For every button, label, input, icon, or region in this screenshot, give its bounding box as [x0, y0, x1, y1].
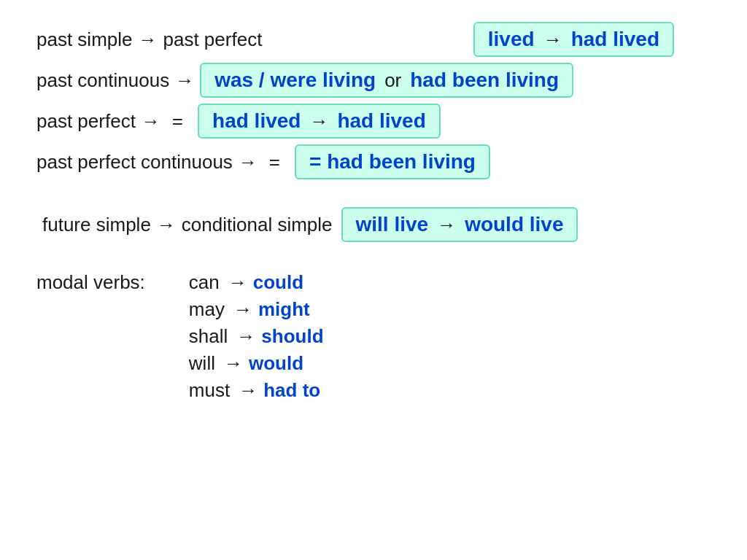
modal-row-shall: shall → should: [189, 325, 324, 348]
modal-row-will: will → would: [189, 352, 324, 375]
arrow-box-future: →: [437, 214, 456, 236]
modal-row-may: may → might: [189, 298, 324, 321]
row-past-perfect: past perfect → = had lived → had lived: [36, 104, 711, 139]
modal-orig-shall: shall: [189, 325, 228, 348]
or-label: or: [384, 69, 401, 92]
modal-arrow-may: →: [233, 298, 252, 321]
spacer-2: [36, 249, 711, 264]
modal-result-would: would: [249, 352, 303, 375]
modal-arrow-will: →: [224, 352, 243, 375]
modal-row-must: must → had to: [189, 379, 324, 402]
row-past-simple: past simple → past perfect lived → had l…: [36, 22, 711, 57]
modal-arrow-can: →: [228, 271, 247, 294]
past-continuous-label: past continuous: [36, 69, 169, 92]
past-perfect-label: past perfect: [163, 28, 263, 51]
term-had-lived: had lived: [571, 28, 659, 51]
modal-arrow-shall: →: [236, 325, 255, 348]
term-had-been-living-2: = had been living: [309, 150, 476, 174]
row-past-perfect-continuous: past perfect continuous → = = had been l…: [36, 144, 711, 179]
term-had-lived-3: had lived: [337, 109, 425, 133]
modal-orig-may: may: [189, 298, 225, 321]
modal-orig-will: will: [189, 352, 215, 375]
term-had-lived-2: had lived: [212, 109, 301, 133]
modal-row-can: can → could: [189, 271, 324, 294]
modal-list: can → could may → might shall → should w…: [189, 271, 324, 402]
arrow-1: →: [139, 28, 158, 51]
equals-4: =: [269, 151, 280, 174]
modal-arrow-must: →: [239, 379, 258, 402]
future-simple-label: future simple: [42, 214, 151, 236]
arrow-2: →: [175, 69, 194, 92]
modal-verbs-label: modal verbs:: [36, 271, 145, 402]
modal-result-should: should: [261, 325, 323, 348]
arrow-box-1: →: [543, 28, 562, 51]
row-past-continuous: past continuous → was / were living or h…: [36, 63, 711, 98]
term-was-were: was / were living: [214, 69, 376, 92]
modal-result-could: could: [253, 271, 303, 294]
box-past-perfect-continuous: = had been living: [295, 144, 490, 179]
box-future: will live → would live: [341, 207, 578, 242]
arrow-4: →: [239, 151, 258, 174]
past-perfect-continuous-label: past perfect continuous: [36, 151, 233, 174]
past-perfect-row-label: past perfect: [36, 110, 136, 133]
arrow-3: →: [142, 110, 160, 133]
term-would-live: would live: [465, 213, 563, 236]
modal-section: modal verbs: can → could may → might sha…: [36, 271, 711, 402]
arrow-future: →: [157, 214, 176, 236]
conditional-simple-label: conditional simple: [182, 214, 333, 236]
modal-result-might: might: [258, 298, 310, 321]
modal-orig-can: can: [189, 271, 220, 294]
box-past-continuous: was / were living or had been living: [200, 63, 573, 98]
term-lived: lived: [488, 28, 535, 51]
box-past-perfect: had lived → had lived: [198, 104, 441, 139]
equals-3: =: [172, 110, 183, 133]
term-will-live: will live: [356, 213, 429, 236]
spacer-1: [36, 185, 711, 200]
past-simple-label: past simple: [36, 28, 133, 51]
box-past-simple: lived → had lived: [473, 22, 674, 57]
modal-result-had-to: had to: [263, 379, 320, 402]
row-future: future simple → conditional simple will …: [36, 207, 711, 242]
modal-orig-must: must: [189, 379, 230, 402]
term-had-been-living: had been living: [410, 69, 559, 92]
main-content: past simple → past perfect lived → had l…: [36, 22, 711, 402]
arrow-box-3: →: [309, 110, 328, 133]
